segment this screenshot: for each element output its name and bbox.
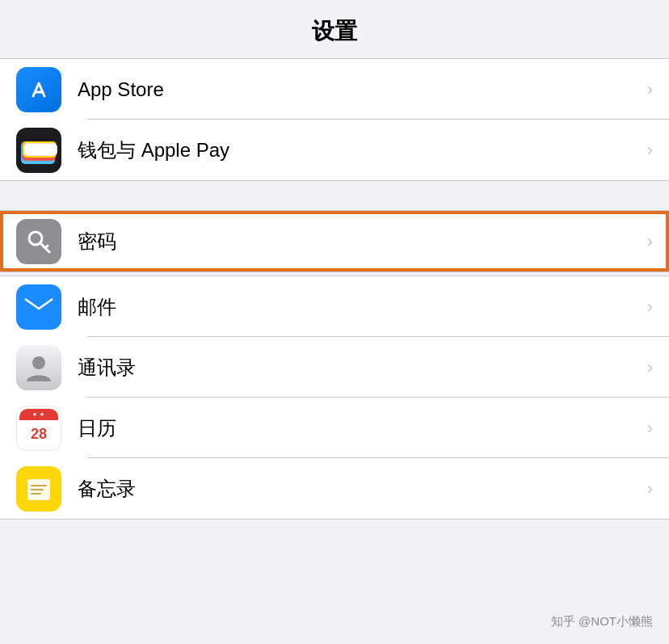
- notes-icon: [16, 466, 61, 511]
- calendar-row[interactable]: ● ● 28 日历 ›: [0, 398, 669, 458]
- section-passwords: 密码 ›: [0, 210, 669, 272]
- notes-label: 备忘录: [78, 476, 641, 502]
- appstore-row[interactable]: App Store ›: [0, 59, 669, 120]
- mail-label: 邮件: [78, 294, 641, 320]
- wallet-row[interactable]: 钱包与 Apple Pay ›: [0, 120, 669, 180]
- calendar-chevron: ›: [647, 418, 653, 439]
- page-header: 设置: [0, 0, 669, 58]
- mail-row[interactable]: 邮件 ›: [0, 276, 669, 337]
- passwords-icon: [16, 219, 61, 264]
- contacts-svg: [25, 352, 53, 383]
- contacts-label: 通讯录: [78, 355, 641, 381]
- mail-chevron: ›: [647, 297, 653, 318]
- contacts-icon: [16, 345, 61, 390]
- passwords-chevron: ›: [647, 231, 653, 252]
- wallet-cards: [21, 137, 57, 164]
- wallet-chevron: ›: [647, 140, 653, 161]
- mail-icon: [16, 284, 61, 330]
- wallet-label: 钱包与 Apple Pay: [78, 137, 641, 163]
- appstore-chevron: ›: [647, 79, 653, 100]
- calendar-icon: ● ● 28: [16, 406, 61, 451]
- appstore-svg: [24, 75, 53, 104]
- passwords-label: 密码: [78, 229, 641, 255]
- calendar-label: 日历: [78, 415, 641, 441]
- passwords-row[interactable]: 密码 ›: [0, 211, 669, 271]
- contacts-chevron: ›: [647, 357, 653, 378]
- calendar-top: ● ●: [19, 409, 58, 420]
- svg-point-2: [32, 356, 45, 369]
- watermark: 知乎 @NOT小懒熊: [551, 614, 653, 629]
- contacts-row[interactable]: 通讯录 ›: [0, 337, 669, 398]
- mail-svg: [24, 296, 53, 318]
- svg-rect-1: [25, 297, 53, 318]
- gap-1: [0, 181, 669, 210]
- calendar-inner: ● ● 28: [19, 409, 58, 448]
- notes-row[interactable]: 备忘录 ›: [0, 458, 669, 519]
- key-svg: [25, 228, 53, 255]
- notes-chevron: ›: [647, 478, 653, 499]
- appstore-label: App Store: [78, 78, 641, 101]
- section-store-wallet: App Store › 钱包与 Apple Pay ›: [0, 58, 669, 181]
- page-title: 设置: [0, 0, 669, 58]
- calendar-body: 28: [19, 420, 58, 448]
- appstore-icon: [16, 67, 61, 112]
- notes-svg: [25, 475, 53, 503]
- wallet-icon: [16, 128, 61, 173]
- section-apps: 邮件 › 通讯录 › ● ● 28 日历 ›: [0, 276, 669, 520]
